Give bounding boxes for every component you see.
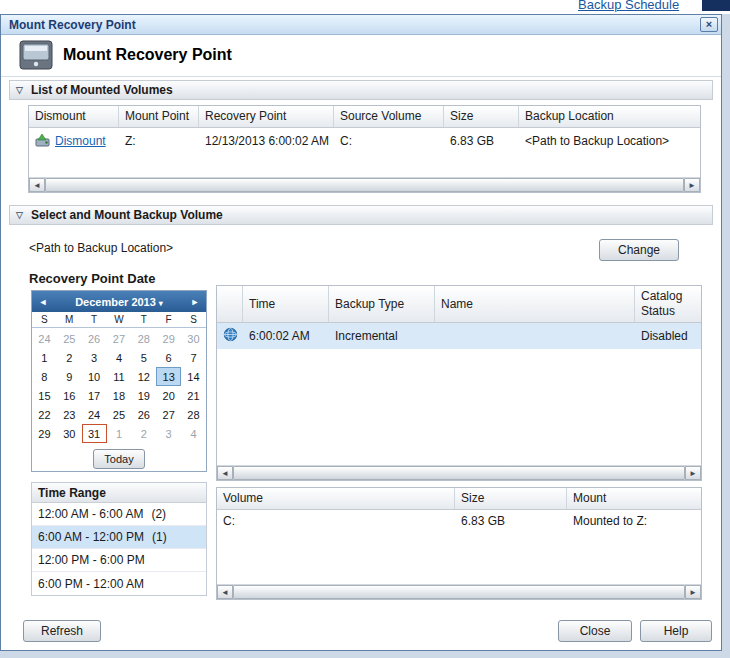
today-button[interactable]: Today [93, 449, 144, 469]
scroll-left-icon[interactable]: ◄ [217, 585, 233, 599]
calendar-day[interactable]: 27 [107, 329, 132, 348]
dismount-link[interactable]: Dismount [55, 134, 106, 148]
table-header-row: Time Backup Type Name Catalog Status [217, 286, 701, 323]
table-row[interactable]: Dismount Z: 12/13/2013 6:00:02 AM C: 6.8… [29, 128, 700, 154]
table-row[interactable]: 6:00:02 AM Incremental Disabled [217, 323, 701, 349]
table-row[interactable]: C: 6.83 GB Mounted to Z: [217, 510, 701, 532]
calendar-day[interactable]: 1 [32, 348, 57, 367]
calendar-day[interactable]: 2 [131, 424, 156, 443]
calendar-next-icon[interactable]: ► [184, 297, 206, 307]
refresh-button[interactable]: Refresh [23, 620, 101, 642]
column-header-volume[interactable]: Volume [217, 488, 455, 509]
calendar-day[interactable]: 5 [131, 348, 156, 367]
calendar-day[interactable]: 8 [32, 367, 57, 386]
time-range-item[interactable]: 12:00 AM - 6:00 AM (2) [32, 503, 206, 526]
calendar-day[interactable]: 11 [107, 367, 132, 386]
scrollbar-thumb[interactable] [233, 585, 685, 599]
calendar-day[interactable]: 29 [32, 424, 57, 443]
horizontal-scrollbar[interactable]: ◄ ► [217, 584, 701, 599]
column-header-mount-point[interactable]: Mount Point [119, 106, 199, 127]
horizontal-scrollbar[interactable]: ◄ ► [29, 177, 700, 192]
calendar-day[interactable]: 1 [107, 424, 132, 443]
backup-location-cell: <Path to Backup Location> [519, 130, 700, 152]
calendar-day[interactable]: 26 [82, 329, 107, 348]
scroll-right-icon[interactable]: ► [685, 466, 701, 480]
section-mounted-volumes-header[interactable]: ▽ List of Mounted Volumes [9, 80, 713, 100]
calendar-day[interactable]: 4 [107, 348, 132, 367]
calendar-day[interactable]: 4 [181, 424, 206, 443]
close-button[interactable]: Close [558, 620, 632, 642]
calendar-day[interactable]: 26 [131, 405, 156, 424]
horizontal-scrollbar[interactable]: ◄ ► [217, 465, 701, 480]
backup-schedule-link[interactable]: Backup Schedule [578, 0, 679, 12]
calendar-day[interactable]: 3 [156, 424, 181, 443]
calendar-day[interactable]: 29 [156, 329, 181, 348]
column-header-icon[interactable] [217, 286, 243, 322]
calendar-day[interactable]: 30 [181, 329, 206, 348]
scroll-right-icon[interactable]: ► [684, 178, 700, 192]
calendar-day[interactable]: 15 [32, 386, 57, 405]
calendar-month-selector[interactable]: December 2013▾ [54, 296, 184, 308]
calendar-day[interactable]: 25 [57, 329, 82, 348]
calendar-day[interactable]: 14 [181, 367, 206, 386]
help-button[interactable]: Help [640, 620, 712, 642]
scroll-left-icon[interactable]: ◄ [217, 466, 233, 480]
column-header-name[interactable]: Name [435, 286, 635, 322]
calendar-day[interactable]: 24 [82, 405, 107, 424]
calendar-day[interactable]: 19 [131, 386, 156, 405]
calendar-day[interactable]: 16 [57, 386, 82, 405]
source-volume-cell: C: [334, 130, 444, 152]
calendar-day[interactable]: 9 [57, 367, 82, 386]
calendar-day[interactable]: 27 [156, 405, 181, 424]
calendar-day[interactable]: 25 [107, 405, 132, 424]
calendar-day[interactable]: 23 [57, 405, 82, 424]
close-icon[interactable]: × [700, 17, 718, 32]
section-title: List of Mounted Volumes [31, 83, 173, 97]
column-header-catalog-status[interactable]: Catalog Status [635, 286, 701, 322]
calendar-day[interactable]: 3 [82, 348, 107, 367]
column-header-recovery-point[interactable]: Recovery Point [199, 106, 334, 127]
scrollbar-thumb[interactable] [233, 466, 685, 480]
calendar-day[interactable]: 24 [32, 329, 57, 348]
calendar-day[interactable]: 13 [156, 367, 181, 386]
column-header-source-volume[interactable]: Source Volume [334, 106, 444, 127]
recovery-point-date-label: Recovery Point Date [29, 271, 155, 286]
calendar-day[interactable]: 30 [57, 424, 82, 443]
change-button[interactable]: Change [599, 239, 679, 261]
recovery-point-icon-cell [217, 323, 243, 349]
calendar-day[interactable]: 6 [156, 348, 181, 367]
column-header-dismount[interactable]: Dismount [29, 106, 119, 127]
calendar-day[interactable]: 17 [82, 386, 107, 405]
time-range-item[interactable]: 6:00 AM - 12:00 PM (1) [32, 526, 206, 549]
calendar-day[interactable]: 22 [32, 405, 57, 424]
calendar-day[interactable]: 21 [181, 386, 206, 405]
scroll-right-icon[interactable]: ► [685, 585, 701, 599]
dialog-titlebar[interactable]: Mount Recovery Point × [1, 15, 721, 35]
scrollbar-thumb[interactable] [45, 178, 684, 192]
dismount-icon [35, 132, 50, 150]
calendar-day[interactable]: 28 [131, 329, 156, 348]
calendar-day[interactable]: 10 [82, 367, 107, 386]
column-header-size[interactable]: Size [455, 488, 567, 509]
calendar-day[interactable]: 31 [82, 424, 107, 443]
section-select-mount-header[interactable]: ▽ Select and Mount Backup Volume [9, 205, 713, 225]
mount-point-cell: Z: [119, 130, 199, 152]
calendar-prev-icon[interactable]: ◄ [32, 297, 54, 307]
column-header-mount[interactable]: Mount [567, 488, 701, 509]
scroll-left-icon[interactable]: ◄ [29, 178, 45, 192]
calendar-day[interactable]: 20 [156, 386, 181, 405]
collapse-icon: ▽ [16, 210, 23, 220]
column-header-time[interactable]: Time [243, 286, 329, 322]
time-range-item[interactable]: 6:00 PM - 12:00 AM [32, 572, 206, 595]
calendar-day[interactable]: 2 [57, 348, 82, 367]
column-header-backup-location[interactable]: Backup Location [519, 106, 700, 127]
time-range-label: 12:00 AM - 6:00 AM [38, 507, 143, 521]
calendar-day[interactable]: 18 [107, 386, 132, 405]
calendar-day[interactable]: 12 [131, 367, 156, 386]
calendar-day[interactable]: 28 [181, 405, 206, 424]
time-range-item[interactable]: 12:00 PM - 6:00 PM [32, 549, 206, 572]
calendar-day[interactable]: 7 [181, 348, 206, 367]
column-header-size[interactable]: Size [444, 106, 519, 127]
time-range-label: 12:00 PM - 6:00 PM [38, 553, 145, 567]
column-header-backup-type[interactable]: Backup Type [329, 286, 435, 322]
